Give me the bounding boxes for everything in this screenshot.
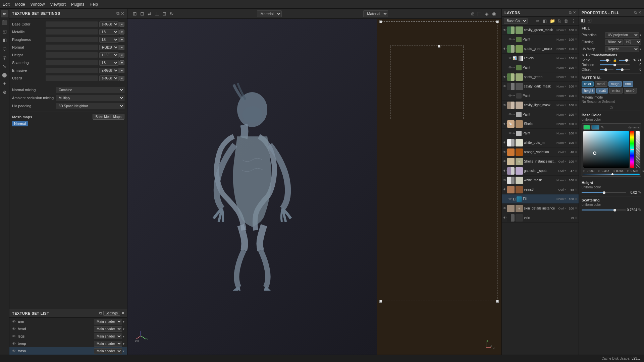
viewport-grid-icon[interactable]: ⊞	[131, 10, 138, 17]
props-pop-out[interactable]: ⧉	[634, 10, 637, 15]
viewport-refresh-icon[interactable]: ↻	[168, 10, 175, 17]
tsl-temp-shader[interactable]: Main shader	[94, 341, 122, 347]
layer-p3-vis[interactable]: 👁	[508, 94, 512, 98]
layer-skin-details[interactable]: 👁 ⎘ skin_details instance Ovrl ▾ 100 ✕	[502, 204, 579, 213]
chip-user0[interactable]: user0	[624, 88, 637, 94]
channel-base-color-select[interactable]: sRGB8	[99, 21, 119, 27]
tsl-close[interactable]: ✕	[121, 311, 124, 315]
chip-nrm[interactable]: nrm	[623, 81, 633, 87]
channel-normal-plus[interactable]: ▾	[119, 45, 124, 50]
layer-p5-vis[interactable]: 👁	[508, 131, 512, 135]
layer-wd-close[interactable]: ✕	[575, 141, 577, 144]
color-crosshair[interactable]	[593, 152, 596, 155]
layer-gaussian-spots[interactable]: 👁 gaussian_spots Ovrl ▾ 47 ✕	[502, 166, 579, 176]
layer-si-vis[interactable]: 👁	[503, 160, 506, 163]
layer-spots-green[interactable]: 👁 spots_green Norm ▾ 23 ✕	[502, 72, 579, 82]
channel-height-plus[interactable]: ▾	[119, 53, 124, 58]
tool-annotation[interactable]: ✦	[1, 80, 8, 87]
layer-ov-close[interactable]: ✕	[575, 150, 577, 154]
tool-transform[interactable]: ⤡	[1, 62, 8, 70]
layer-cgm-close[interactable]: ✕	[575, 28, 577, 32]
layer-cavity-green-mask[interactable]: 👁 cavity_green_mask Norm ▾ 100 ✕	[502, 25, 579, 35]
channel-emissive-plus[interactable]: ▾	[119, 68, 124, 73]
tsl-head-shader[interactable]: Main shader	[94, 326, 122, 332]
layer-cavity-dark-mask[interactable]: 👁 cavity_dark_mask Norm ▾ 100 ✕	[502, 82, 579, 91]
tool-bake[interactable]: ⬡	[1, 45, 8, 52]
offset-slider-2[interactable]	[616, 69, 630, 70]
hue-thumb[interactable]	[630, 149, 634, 150]
channel-roughness-select[interactable]: L8	[99, 37, 119, 43]
menu-viewport[interactable]: Viewport	[50, 2, 65, 7]
layer-sh-vis[interactable]: 👁	[503, 122, 506, 126]
viewport-material-select-1[interactable]: Material	[257, 10, 282, 17]
layer-ov-vis[interactable]: 👁	[503, 150, 506, 154]
tsl-head-visibility[interactable]: 👁	[12, 327, 16, 331]
uv-transforms-header[interactable]: ▼ UV transformations	[582, 53, 641, 57]
chip-height[interactable]: height	[582, 88, 595, 94]
layer-whire-mask[interactable]: 👁 whire_mask Norm ▾ 100 ✕	[502, 176, 579, 185]
channel-user0-plus[interactable]: ▾	[119, 76, 124, 81]
channel-emissive-select[interactable]: sRGB8	[99, 68, 119, 73]
viewport-2d[interactable]: Y X Z	[377, 19, 501, 355]
channel-height-select[interactable]: L16F	[99, 52, 119, 58]
tsl-torso-visibility[interactable]: 👁	[12, 349, 16, 353]
layer-sh-close[interactable]: ✕	[575, 122, 577, 126]
rotation-slider[interactable]	[600, 64, 630, 65]
layer-vn-close[interactable]: ✕	[575, 216, 577, 220]
scattering-slider-thumb[interactable]	[613, 209, 616, 212]
scale-slider-2[interactable]	[619, 60, 630, 61]
tsl-arm-visibility[interactable]: 👁	[12, 319, 16, 323]
layer-cavity-light-mask[interactable]: 👁 cavity_light_mask Norm ▾ 100 ✕	[502, 101, 579, 110]
tss-pop-out[interactable]: ⧉	[116, 11, 119, 16]
layer-sd-close[interactable]: ✕	[575, 206, 577, 210]
layer-p1-vis[interactable]: 👁	[508, 38, 512, 41]
layer-vn-vis[interactable]: 👁	[503, 216, 506, 220]
layer-sg-close[interactable]: ✕	[575, 75, 577, 79]
layer-p4-vis[interactable]: 👁	[508, 113, 512, 116]
layer-cgm-vis[interactable]: 👁	[503, 28, 506, 32]
handle-bl[interactable]	[379, 300, 382, 303]
layer-paint-1[interactable]: 👁 ✏ Paint Norm ▾ 100 ✕	[502, 35, 579, 44]
layers-pop-out[interactable]: ⧉	[569, 10, 572, 15]
alpha-bar[interactable]	[636, 131, 640, 168]
filtering-select-1[interactable]: Bilinear	[605, 39, 623, 45]
viewport-material-select-2[interactable]: Material	[363, 10, 388, 17]
rotation-thumb[interactable]	[613, 64, 616, 66]
layer-vein[interactable]: 👁 vein 79 ✕	[502, 213, 579, 223]
viewport-env-icon[interactable]: ◉	[491, 10, 497, 17]
layer-fill-selected[interactable]: 👁 ◧ Fill Norm ▾ 100 ✕	[502, 194, 579, 204]
viewport-flip-icon[interactable]: ⇄	[146, 10, 153, 17]
scattering-slider-track[interactable]	[582, 209, 626, 210]
chip-color[interactable]: color	[582, 81, 594, 87]
channel-metallic-plus[interactable]: ▾	[119, 29, 124, 35]
handle-br[interactable]	[496, 300, 499, 303]
layer-clm-vis[interactable]: 👁	[503, 103, 506, 107]
hue-bar[interactable]	[630, 131, 634, 168]
handle-tm[interactable]	[438, 45, 440, 48]
tool-smudge[interactable]: ⬛	[1, 19, 8, 26]
layer-levels[interactable]: 👁 📊 Levels Norm ▾ 100 ✕	[502, 54, 579, 63]
scale-thumb-2[interactable]	[625, 59, 628, 62]
tsl-temp-visibility[interactable]: 👁	[12, 342, 16, 346]
layer-p3-close[interactable]: ✕	[575, 94, 577, 98]
layer-gs-vis[interactable]: 👁	[503, 169, 506, 173]
color-preview[interactable]	[583, 125, 590, 130]
color-gradient-box[interactable]	[583, 131, 629, 168]
layer-paint-2[interactable]: 👁 ✏ Paint Norm ▾ 100 ✕	[502, 63, 579, 72]
viewport-light-icon[interactable]: ◈	[484, 10, 490, 17]
viewport-quad-icon[interactable]: ⊟	[139, 10, 146, 17]
tsl-torso-shader[interactable]: Main shader	[94, 348, 122, 354]
layer-si-close[interactable]: ✕	[575, 160, 577, 163]
channel-scattering-plus[interactable]: ▾	[119, 60, 124, 65]
chip-emiss[interactable]: emiss	[609, 88, 623, 94]
layer-cdm-vis[interactable]: 👁	[503, 84, 506, 88]
layer-lv-close[interactable]: ✕	[575, 56, 577, 60]
filtering-select-2[interactable]: HQ	[624, 39, 641, 45]
channel-metallic-select[interactable]: L8	[99, 29, 119, 35]
viewport-frame-icon[interactable]: ⊡	[161, 10, 168, 17]
tss-close[interactable]: ✕	[121, 11, 124, 16]
tsl-pop-out[interactable]: ⧉	[99, 311, 102, 315]
color-edit-icon[interactable]: ✎	[601, 125, 604, 130]
height-pencil[interactable]: ✎	[638, 190, 641, 195]
layer-wd-vis[interactable]: 👁	[503, 141, 506, 144]
